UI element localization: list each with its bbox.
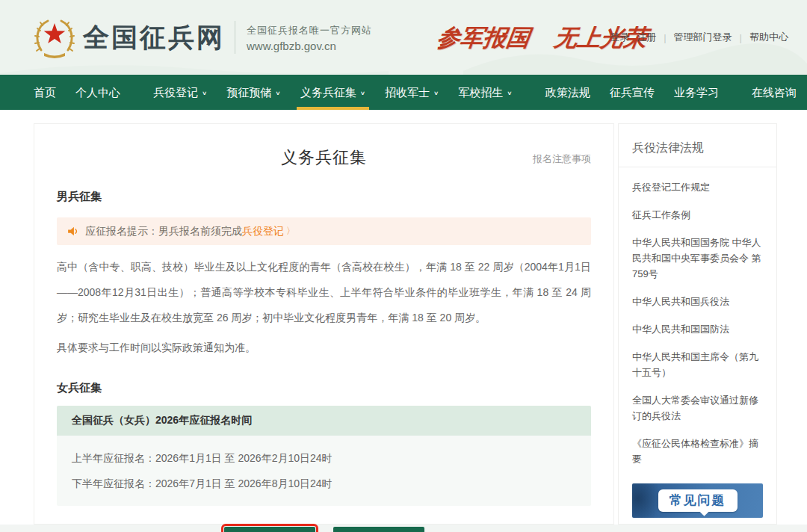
second-half-enlist-button[interactable]: 下半年应征 <box>333 527 424 532</box>
page-content: 义务兵征集 报名注意事项 男兵征集 应征报名提示：男兵报名前须完成 兵役登记 〉… <box>0 110 807 525</box>
slogan-part-1: 参军报国 <box>436 24 532 51</box>
site-url: www.gfbzb.gov.cn <box>247 38 372 55</box>
nav-item-policies[interactable]: 政策法规 <box>536 75 600 110</box>
nav-item-online-consult[interactable]: 在线咨询 <box>742 75 806 110</box>
sidebar-link-registration-rules[interactable]: 兵役登记工作规定 <box>632 179 763 195</box>
site-header: 全国征兵网 全国征兵报名唯一官方网站 www.gfbzb.gov.cn 参军报国… <box>0 0 807 75</box>
header-links: 登录 注册 | 管理部门登录 | 帮助中心 <box>610 31 788 44</box>
male-requirements-paragraph: 高中（含中专、职高、技校）毕业生及以上文化程度的青年（含高校在校生），年满 18… <box>57 254 591 330</box>
main-panel: 义务兵征集 报名注意事项 男兵征集 应征报名提示：男兵报名前须完成 兵役登记 〉… <box>34 123 614 525</box>
speaker-icon <box>67 225 79 238</box>
sidebar-link-decree-759[interactable]: 中华人民共和国国务院 中华人民共和国中央军事委员会令 第759号 <box>632 235 763 282</box>
first-half-schedule: 上半年应征报名：2026年1月1日 至 2026年2月10日24时 <box>72 452 576 466</box>
sidebar-link-presidential-order-95[interactable]: 中华人民共和国主席令（第九十五号） <box>632 349 763 380</box>
nav-item-propaganda[interactable]: 征兵宣传 <box>600 75 664 110</box>
chevron-down-icon: ∨ <box>360 80 365 106</box>
female-enlistment-heading: 女兵征集 <box>57 381 591 395</box>
sidebar-link-conscription-regulations[interactable]: 征兵工作条例 <box>632 207 763 223</box>
alert-banner: 应征报名提示：男兵报名前须完成 兵役登记 〉 <box>57 217 591 245</box>
logo-divider <box>235 21 235 54</box>
sidebar-link-physical-exam-standard[interactable]: 《应征公民体格检查标准》摘要 <box>632 436 763 467</box>
faq-bubble-label: 常见问题 <box>658 489 738 512</box>
sidebar-link-national-defense-law[interactable]: 中华人民共和国国防法 <box>632 321 763 337</box>
sidebar-panel: 兵役法律法规 兵役登记工作规定 征兵工作条例 中华人民共和国国务院 中华人民共和… <box>618 123 777 525</box>
nav-item-home[interactable]: 首页 <box>34 75 66 110</box>
enlist-button-row: 上半年应征 下半年应征 <box>57 527 591 532</box>
schedule-title: 全国征兵（女兵）2026年应征报名时间 <box>57 406 591 436</box>
nav-item-business-study[interactable]: 业务学习 <box>664 75 729 110</box>
signup-notes-link[interactable]: 报名注意事项 <box>533 152 591 166</box>
main-nav: 首页 个人中心 兵役登记∨ 预征预储∨ 义务兵征集∨ 招收军士∨ 军校招生∨ 政… <box>0 75 807 110</box>
second-half-schedule: 下半年应征报名：2026年7月1日 至 2026年8月10日24时 <box>72 477 576 491</box>
admin-login-link[interactable]: 管理部门登录 <box>674 31 732 44</box>
nav-item-service-registration[interactable]: 兵役登记∨ <box>143 75 217 110</box>
nav-item-pre-recruit[interactable]: 预征预储∨ <box>217 75 290 110</box>
first-half-enlist-button[interactable]: 上半年应征 <box>224 527 315 532</box>
emblem-icon <box>34 16 75 59</box>
site-name: 全国征兵网 <box>83 20 225 55</box>
chevron-right-icon: 〉 <box>286 225 295 238</box>
pipe-divider: | <box>740 32 742 43</box>
nav-item-nco-recruit[interactable]: 招收军士∨ <box>375 75 448 110</box>
chevron-down-icon: ∨ <box>275 80 280 106</box>
chevron-down-icon: ∨ <box>507 80 512 106</box>
nav-item-academy-admission[interactable]: 军校招生∨ <box>448 75 522 110</box>
register-link[interactable]: 注册 <box>637 31 656 44</box>
sidebar-link-military-service-law[interactable]: 中华人民共和国兵役法 <box>632 294 763 309</box>
help-center-link[interactable]: 帮助中心 <box>749 31 788 44</box>
chevron-down-icon: ∨ <box>433 80 439 106</box>
login-link[interactable]: 登录 <box>610 31 629 44</box>
schedule-body: 上半年应征报名：2026年1月1日 至 2026年2月10日24时 下半年应征报… <box>57 436 591 506</box>
alert-text: 应征报名提示：男兵报名前须完成 <box>85 225 242 238</box>
nav-item-personal-center[interactable]: 个人中心 <box>66 75 130 110</box>
chevron-down-icon: ∨ <box>202 80 207 106</box>
pipe-divider: | <box>664 32 666 43</box>
faq-banner-button[interactable]: 常见问题 <box>632 483 763 518</box>
page-title: 义务兵征集 <box>57 146 591 169</box>
policy-note-paragraph: 具体要求与工作时间以实际政策通知为准。 <box>57 335 591 360</box>
site-logo[interactable]: 全国征兵网 全国征兵报名唯一官方网站 www.gfbzb.gov.cn <box>34 16 372 59</box>
schedule-box: 全国征兵（女兵）2026年应征报名时间 上半年应征报名：2026年1月1日 至 … <box>57 406 591 506</box>
nav-item-compulsory-enlistment[interactable]: 义务兵征集∨ <box>291 75 375 110</box>
site-tagline: 全国征兵报名唯一官方网站 <box>247 22 372 38</box>
sidebar-link-revised-service-law[interactable]: 全国人大常委会审议通过新修订的兵役法 <box>632 392 763 424</box>
service-registration-link[interactable]: 兵役登记 <box>242 225 284 238</box>
male-enlistment-heading: 男兵征集 <box>57 190 591 204</box>
sidebar-title: 兵役法律法规 <box>619 140 776 167</box>
